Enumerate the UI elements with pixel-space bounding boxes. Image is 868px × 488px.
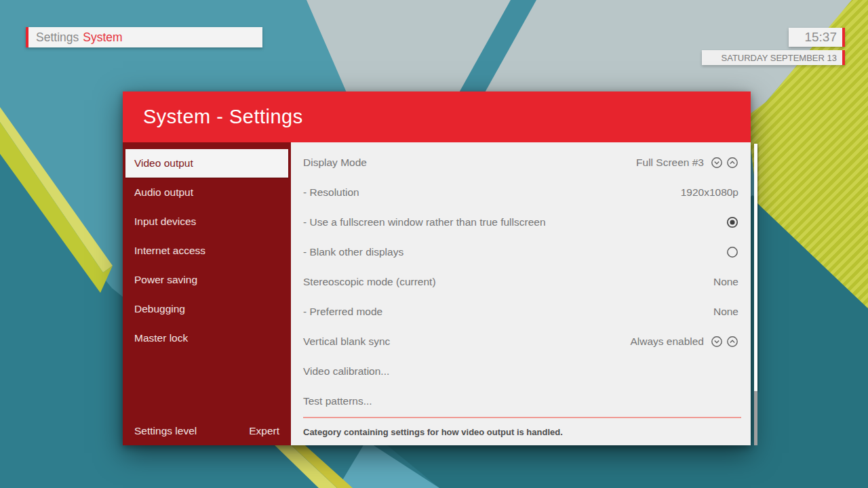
sidebar-item-audio-output[interactable]: Audio output bbox=[123, 178, 291, 207]
spinner-up-icon[interactable] bbox=[726, 157, 738, 169]
setting-label: Test patterns... bbox=[303, 395, 738, 407]
category-description-text: Category containing settings for how vid… bbox=[303, 427, 563, 437]
sidebar-item-video-output[interactable]: Video output bbox=[125, 149, 288, 178]
setting-value: Always enabled bbox=[630, 336, 704, 348]
setting-value: 1920x1080p bbox=[681, 186, 738, 199]
category-list: Video output Audio output Input devices … bbox=[123, 142, 291, 352]
date: SATURDAY SEPTEMBER 13 bbox=[702, 50, 845, 65]
setting-label: Stereoscopic mode (current) bbox=[303, 276, 713, 288]
settings-level-value: Expert bbox=[249, 425, 279, 437]
sidebar-item-internet-access[interactable]: Internet access bbox=[123, 236, 291, 265]
dialog-body: Video output Audio output Input devices … bbox=[123, 142, 751, 445]
settings-pane: Display Mode Full Screen #3 - Resolution… bbox=[291, 142, 751, 445]
setting-label: Display Mode bbox=[303, 157, 636, 169]
setting-label: - Blank other displays bbox=[303, 246, 719, 258]
setting-row-blank-other-displays[interactable]: - Blank other displays bbox=[303, 237, 738, 267]
setting-label: - Preferred mode bbox=[303, 306, 713, 318]
setting-label: Vertical blank sync bbox=[303, 336, 630, 348]
radio-on-icon[interactable] bbox=[726, 216, 738, 228]
dialog-title: System - Settings bbox=[123, 106, 303, 128]
sidebar-item-master-lock[interactable]: Master lock bbox=[123, 323, 291, 352]
scrollbar-track[interactable] bbox=[754, 391, 757, 445]
kodi-settings-screen: Settings System 15:37 SATURDAY SEPTEMBER… bbox=[0, 0, 868, 488]
category-sidebar: Video output Audio output Input devices … bbox=[123, 142, 291, 445]
setting-row-display-mode[interactable]: Display Mode Full Screen #3 bbox=[303, 148, 738, 178]
scrollbar-thumb[interactable] bbox=[754, 144, 757, 391]
radio-off-icon[interactable] bbox=[726, 246, 738, 258]
settings-dialog: System - Settings Video output Audio out… bbox=[123, 92, 751, 445]
setting-value: None bbox=[713, 276, 738, 288]
setting-row-preferred-mode[interactable]: - Preferred mode None bbox=[303, 297, 738, 327]
breadcrumb-page: System bbox=[83, 30, 122, 45]
sidebar-item-input-devices[interactable]: Input devices bbox=[123, 207, 291, 236]
setting-row-vertical-blank-sync[interactable]: Vertical blank sync Always enabled bbox=[303, 327, 738, 357]
sidebar-item-power-saving[interactable]: Power saving bbox=[123, 265, 291, 294]
spinner-down-icon[interactable] bbox=[711, 336, 723, 348]
setting-row-video-calibration[interactable]: Video calibration... bbox=[303, 357, 738, 386]
setting-value: Full Screen #3 bbox=[636, 157, 704, 169]
dialog-header: System - Settings bbox=[123, 92, 751, 142]
breadcrumb: Settings System bbox=[26, 27, 262, 47]
breadcrumb-section: Settings bbox=[36, 30, 79, 45]
setting-row-fullscreen-window[interactable]: - Use a fullscreen window rather than tr… bbox=[303, 207, 738, 237]
setting-label: Video calibration... bbox=[303, 365, 738, 378]
category-description: Category containing settings for how vid… bbox=[303, 417, 741, 445]
settings-level-label: Settings level bbox=[134, 425, 197, 437]
setting-label: - Use a fullscreen window rather than tr… bbox=[303, 216, 719, 228]
setting-value: None bbox=[713, 306, 738, 318]
clock-time: 15:37 bbox=[804, 30, 837, 45]
setting-label: - Resolution bbox=[303, 186, 681, 199]
clock: 15:37 bbox=[789, 28, 845, 47]
setting-row-resolution[interactable]: - Resolution 1920x1080p bbox=[303, 178, 738, 207]
spinner-up-icon[interactable] bbox=[726, 336, 738, 348]
sidebar-item-debugging[interactable]: Debugging bbox=[123, 294, 291, 323]
spinner-down-icon[interactable] bbox=[711, 157, 723, 169]
setting-row-test-patterns[interactable]: Test patterns... bbox=[303, 386, 738, 416]
settings-level-row[interactable]: Settings level Expert bbox=[134, 425, 279, 437]
date-text: SATURDAY SEPTEMBER 13 bbox=[722, 53, 837, 63]
setting-row-stereoscopic-mode[interactable]: Stereoscopic mode (current) None bbox=[303, 267, 738, 297]
